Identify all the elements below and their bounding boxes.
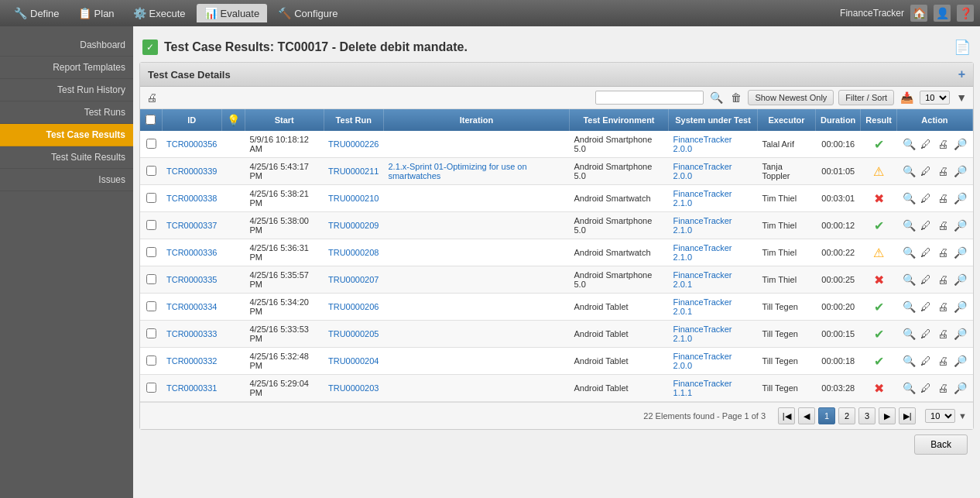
filter-sort-button[interactable]: Filter / Sort [838,90,894,105]
col-bulb[interactable]: 💡 [221,109,245,131]
row-sut-link[interactable]: FinanceTracker 1.1.1 [673,379,732,397]
col-sut[interactable]: System under Test [669,109,758,131]
print-action-icon[interactable]: 🖨 [935,245,951,260]
edit-action-icon[interactable]: 🖊 [918,353,934,369]
col-duration[interactable]: Duration [816,109,861,131]
clear-search-icon[interactable]: 🗑 [729,90,743,105]
print-action-icon[interactable]: 🖨 [935,272,951,287]
row-sut-link[interactable]: FinanceTracker 2.1.0 [673,243,732,262]
view-action-icon[interactable]: 🔍 [901,380,917,396]
nav-plan[interactable]: 📋 Plan [70,4,122,22]
nav-home-icon[interactable]: 🏠 [910,5,927,22]
row-id-link[interactable]: TCR0000331 [166,383,217,393]
col-result[interactable]: Result [861,109,897,131]
col-id[interactable]: ID [162,109,221,131]
edit-action-icon[interactable]: 🖊 [918,299,934,314]
page-header-export-icon[interactable]: 📄 [954,39,971,56]
print-icon[interactable]: 🖨 [145,90,159,105]
edit-action-icon[interactable]: 🖊 [918,380,934,396]
page-size-select[interactable]: 10 25 50 [920,91,950,105]
row-id-link[interactable]: TCR0000335 [166,275,217,284]
print-action-icon[interactable]: 🖨 [935,380,951,396]
zoom-action-icon[interactable]: 🔎 [952,299,968,314]
row-id-link[interactable]: TCR0000339 [166,167,217,176]
export-icon[interactable]: 📥 [899,90,915,105]
pagination-dropdown-icon[interactable]: ▼ [958,411,967,421]
page-size-dropdown-icon[interactable]: ▼ [954,90,968,105]
edit-action-icon[interactable]: 🖊 [918,326,934,342]
pagination-page-size-select[interactable]: 10 25 50 [925,409,955,423]
row-checkbox[interactable] [146,301,156,311]
print-action-icon[interactable]: 🖨 [935,191,951,206]
print-action-icon[interactable]: 🖨 [935,136,951,152]
row-sut-link[interactable]: FinanceTracker 2.0.1 [673,270,732,289]
row-id-link[interactable]: TCR0000336 [166,248,217,257]
page-2-button[interactable]: 2 [838,407,855,424]
row-id-link[interactable]: TCR0000334 [166,302,217,311]
edit-action-icon[interactable]: 🖊 [918,191,934,206]
nav-evaluate[interactable]: 📊 Evaluate [197,4,268,22]
row-id-link[interactable]: TCR0000333 [166,329,217,338]
row-checkbox[interactable] [146,355,156,366]
zoom-action-icon[interactable]: 🔎 [952,136,968,152]
edit-action-icon[interactable]: 🖊 [918,218,934,233]
row-checkbox[interactable] [146,383,156,393]
edit-action-icon[interactable]: 🖊 [918,245,934,260]
sidebar-item-report-templates[interactable]: Report Templates [0,57,133,79]
view-action-icon[interactable]: 🔍 [901,191,917,206]
zoom-action-icon[interactable]: 🔎 [952,245,968,260]
search-icon[interactable]: 🔍 [708,90,725,105]
row-sut-link[interactable]: FinanceTracker 2.0.0 [673,352,732,370]
row-sut-link[interactable]: FinanceTracker 2.0.0 [673,162,732,180]
print-action-icon[interactable]: 🖨 [935,218,951,233]
col-action[interactable]: Action [896,109,972,131]
page-1-button[interactable]: 1 [818,407,835,424]
row-sut-link[interactable]: FinanceTracker 2.1.0 [673,325,732,343]
row-testrun-link[interactable]: TRU0000205 [328,329,379,338]
row-checkbox[interactable] [146,274,156,284]
panel-expand-icon[interactable]: + [958,67,965,81]
prev-page-button[interactable]: ◀ [798,407,815,424]
next-page-button[interactable]: ▶ [879,407,896,424]
zoom-action-icon[interactable]: 🔎 [952,218,968,233]
sidebar-item-issues[interactable]: Issues [0,169,133,191]
row-testrun-link[interactable]: TRU0000211 [328,167,379,176]
print-action-icon[interactable]: 🖨 [935,299,951,314]
zoom-action-icon[interactable]: 🔎 [952,272,968,287]
nav-execute[interactable]: ⚙️ Execute [125,4,194,22]
col-test-run[interactable]: Test Run [324,109,383,131]
zoom-action-icon[interactable]: 🔎 [952,191,968,206]
print-action-icon[interactable]: 🖨 [935,326,951,342]
row-checkbox[interactable] [146,139,156,149]
sidebar-item-test-runs[interactable]: Test Runs [0,101,133,124]
row-sut-link[interactable]: FinanceTracker 2.0.1 [673,297,732,316]
row-testrun-link[interactable]: TRU0000210 [328,194,379,203]
first-page-button[interactable]: |◀ [778,407,795,424]
row-testrun-link[interactable]: TRU0000226 [328,139,379,149]
row-id-link[interactable]: TCR0000332 [166,356,217,366]
last-page-button[interactable]: ▶| [899,407,916,424]
row-testrun-link[interactable]: TRU0000203 [328,383,379,393]
sidebar-item-test-case-results[interactable]: Test Case Results [0,124,133,146]
zoom-action-icon[interactable]: 🔎 [952,163,968,179]
row-checkbox[interactable] [146,166,156,176]
row-testrun-link[interactable]: TRU0000206 [328,302,379,311]
search-input[interactable] [595,91,704,105]
row-id-link[interactable]: TCR0000338 [166,194,217,203]
row-id-link[interactable]: TCR0000356 [166,139,217,149]
back-button[interactable]: Back [914,434,968,455]
col-start[interactable]: Start [245,109,324,131]
zoom-action-icon[interactable]: 🔎 [952,326,968,342]
nav-configure[interactable]: 🔨 Configure [270,4,345,22]
row-checkbox[interactable] [146,193,156,203]
view-action-icon[interactable]: 🔍 [901,353,917,369]
sidebar-item-dashboard[interactable]: Dashboard [0,34,133,57]
row-testrun-link[interactable]: TRU0000207 [328,275,379,284]
row-testrun-link[interactable]: TRU0000208 [328,248,379,257]
view-action-icon[interactable]: 🔍 [901,326,917,342]
show-newest-button[interactable]: Show Newest Only [748,90,834,105]
row-checkbox[interactable] [146,328,156,338]
print-action-icon[interactable]: 🖨 [935,353,951,369]
edit-action-icon[interactable]: 🖊 [918,136,934,152]
view-action-icon[interactable]: 🔍 [901,272,917,287]
